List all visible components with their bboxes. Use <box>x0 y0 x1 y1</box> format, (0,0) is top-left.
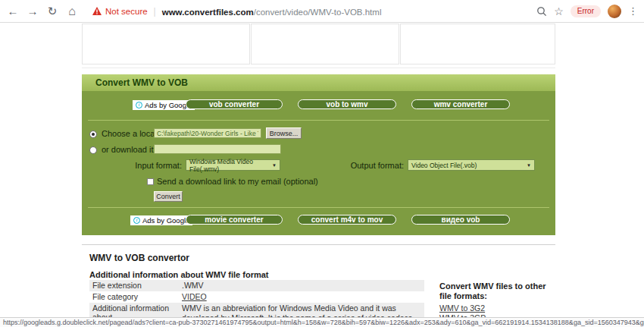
output-format-label: Output format: <box>309 161 404 170</box>
input-format-select[interactable]: Windows Media Video File(.wmv) ▼ <box>186 159 280 171</box>
link-wmv-to-3g2[interactable]: WMV to 3G2 <box>439 303 555 313</box>
ad-slot <box>82 24 250 64</box>
not-secure-warning-icon <box>92 7 102 15</box>
top-ad-slots <box>82 24 555 64</box>
info-section: WMV to VOB convertor Additional informat… <box>82 244 555 317</box>
info-subheading: Additional information about WMV file fo… <box>89 270 268 279</box>
converter-panel: Convert WMV to VOB i Ads by Google vob c… <box>82 74 555 235</box>
local-file-input[interactable] <box>154 128 261 138</box>
separator <box>88 207 549 208</box>
ads-by-google-label[interactable]: i Ads by Google <box>130 215 192 225</box>
ad-link-vob-converter[interactable]: vob converter <box>186 99 283 109</box>
ad-info-icon: i <box>136 102 142 108</box>
row-label: File category <box>89 291 179 303</box>
error-badge[interactable]: Error <box>571 5 601 17</box>
browse-button[interactable]: Browse... <box>266 127 302 139</box>
browser-window: ← → ↻ ⌂ Not secure | www.convertfiles.co… <box>0 0 644 327</box>
download-url-radio[interactable] <box>89 146 97 154</box>
not-secure-label[interactable]: Not secure <box>105 7 148 16</box>
file-category-link[interactable]: VIDEO <box>182 292 207 301</box>
status-bar: https://googleads.g.doubleclick.net/page… <box>0 317 644 327</box>
profile-avatar[interactable] <box>608 5 621 18</box>
ad-info-icon: i <box>133 217 140 224</box>
url-path: /convert/video/WMV-to-VOB.html <box>254 8 382 17</box>
ad-link-vob-to-wmv[interactable]: vob to wmv <box>298 99 396 109</box>
home-icon[interactable]: ⌂ <box>62 5 82 18</box>
ad-link-video-vob[interactable]: видео vob <box>411 215 510 225</box>
ads-label-text: Ads by Google <box>142 216 189 225</box>
forward-icon[interactable]: → <box>23 5 42 17</box>
sidebar-heading: Convert WMV files to other file formats: <box>439 281 555 301</box>
row-value: VIDEO <box>179 291 424 303</box>
output-format-value: Video Object File(.vob) <box>411 162 477 169</box>
page-url: www.convertfiles.com/convert/video/WMV-t… <box>162 5 382 18</box>
address-bar[interactable]: Not secure | www.convertfiles.com/conver… <box>92 0 536 22</box>
ad-slot <box>400 24 555 64</box>
table-row: File category VIDEO <box>89 291 424 303</box>
input-format-value: Windows Media Video File(.wmv) <box>189 158 272 173</box>
row-value: .WMV <box>179 280 424 291</box>
url-host: www.convertfiles.com <box>162 8 254 17</box>
email-link-checkbox[interactable] <box>147 178 154 185</box>
zoom-icon[interactable] <box>536 6 547 17</box>
page-title: WMV to VOB convertor <box>89 253 189 263</box>
ad-link-movie-converter[interactable]: movie converter <box>186 215 283 225</box>
browser-chrome: ← → ↻ ⌂ Not secure | www.convertfiles.co… <box>0 0 644 23</box>
output-format-select[interactable]: Video Object File(.vob) ▼ <box>408 159 535 171</box>
ads-label-text: Ads by Google <box>145 101 192 109</box>
bookmark-star-icon[interactable]: ☆ <box>554 5 564 17</box>
ad-slot-divider <box>82 68 555 68</box>
chevron-down-icon: ▼ <box>527 163 531 168</box>
ad-link-convert-m4v[interactable]: convert m4v to mov <box>298 215 396 225</box>
input-format-label: Input format: <box>105 161 182 170</box>
back-icon[interactable]: ← <box>3 5 23 17</box>
browser-menu-icon[interactable]: ⋮ <box>628 5 638 17</box>
email-link-label: Send a download link to my email (option… <box>157 177 318 186</box>
convert-button[interactable]: Convert <box>154 191 183 202</box>
chrome-actions: ☆ Error ⋮ <box>536 5 644 18</box>
row-label: File extension <box>89 280 179 291</box>
local-file-radio[interactable] <box>89 130 97 138</box>
chevron-down-icon: ▼ <box>272 163 277 168</box>
separator <box>88 120 549 121</box>
ad-slot <box>251 24 399 64</box>
status-url: https://googleads.g.doubleclick.net/page… <box>3 318 644 327</box>
omnibox-divider: | <box>154 6 156 17</box>
table-row: File extension .WMV <box>89 280 424 291</box>
ad-link-wmv-converter[interactable]: wmv converter <box>411 99 510 109</box>
download-url-input[interactable] <box>154 144 281 154</box>
reload-icon[interactable]: ↻ <box>42 5 62 18</box>
panel-title: Convert WMV to VOB <box>82 74 555 91</box>
